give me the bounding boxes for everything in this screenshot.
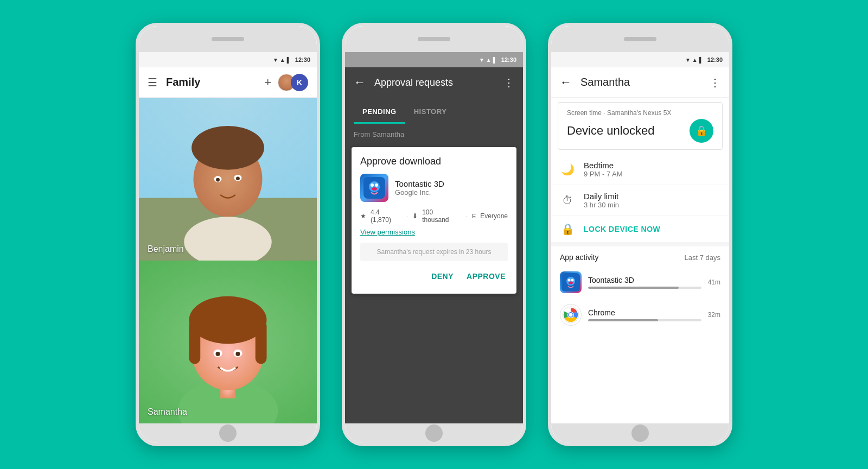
avatar-group: K (278, 74, 308, 91)
phone-top-3 (551, 26, 729, 52)
approval-card: Approve download Toontastic 3D Google I (352, 147, 516, 294)
speaker-2 (418, 37, 450, 41)
app-details: Toontastic 3D Google Inc. (395, 179, 508, 197)
daily-limit-value: 3 hr 30 min (584, 201, 720, 209)
app-name: Toontastic 3D (395, 179, 508, 188)
approval-title: Approve download (360, 156, 508, 167)
toontastic-bar-container (588, 287, 701, 289)
activity-item-chrome[interactable]: Chrome 32m (551, 299, 729, 331)
app-stats-row: ★ 4.4 (1,870) · ⬇ 100 thousand · E Every… (360, 208, 508, 224)
back-icon-3[interactable]: ← (560, 75, 572, 90)
status-bar-3: ▼ ▲ ▌ 12:30 (551, 52, 729, 67)
phone-bottom-2 (345, 423, 523, 443)
star-icon: ★ (360, 212, 366, 220)
svg-point-13 (189, 296, 266, 344)
status-icons-3: ▼ ▲ ▌ (685, 57, 703, 63)
speaker-1 (212, 37, 244, 41)
signal-icon-2: ▲ (486, 57, 492, 63)
status-bar-2: ▼ ▲ ▌ 12:30 (345, 52, 523, 67)
phone1-title: Family (166, 76, 256, 88)
toontastic-activity-content: Toontastic 3D (588, 276, 701, 289)
more-icon-3[interactable]: ⋮ (710, 76, 720, 89)
svg-point-29 (569, 282, 573, 284)
timer-icon: ⏱ (560, 194, 575, 207)
home-button-3[interactable] (631, 424, 649, 442)
svg-point-27 (568, 279, 571, 282)
samantha-photo (139, 261, 317, 423)
toontastic-time: 41m (708, 278, 720, 286)
settings-list: 🌙 Bedtime 9 PM - 7 AM ⏱ Daily limit 3 hr… (551, 154, 729, 242)
daily-limit-label: Daily limit (584, 192, 720, 201)
status-time-3: 12:30 (707, 56, 723, 63)
daily-limit-setting[interactable]: ⏱ Daily limit 3 hr 30 min (551, 185, 729, 216)
tab-pending[interactable]: PENDING (354, 101, 405, 124)
svg-point-4 (192, 126, 264, 170)
svg-point-19 (235, 352, 240, 356)
toontastic-activity-icon (560, 271, 582, 293)
phone-2: ▼ ▲ ▌ 12:30 ← Approval requests ⋮ PENDIN… (342, 23, 526, 446)
lock-device-label[interactable]: LOCK DEVICE NOW (584, 225, 660, 233)
view-permissions-link[interactable]: View permissions (360, 228, 508, 236)
moon-icon: 🌙 (560, 163, 575, 176)
child-item-benjamin[interactable]: Benjamin (139, 98, 317, 261)
app-activity-header: App activity Last 7 days (551, 242, 729, 266)
bedtime-setting[interactable]: 🌙 Bedtime 9 PM - 7 AM (551, 154, 729, 185)
toontastic-bar (588, 287, 679, 289)
expiry-notice: Samantha's request expires in 23 hours (360, 243, 508, 261)
toontastic-name: Toontastic 3D (588, 276, 701, 284)
daily-limit-content: Daily limit 3 hr 30 min (584, 192, 720, 209)
bedtime-label: Bedtime (584, 161, 720, 170)
last-days-label: Last 7 days (685, 253, 721, 262)
toolbar-actions-1: + K (264, 74, 308, 91)
battery-icon: ▌ (287, 57, 291, 63)
age-rating-icon: E (472, 213, 476, 219)
more-icon-2[interactable]: ⋮ (503, 76, 514, 89)
activity-item-toontastic[interactable]: Toontastic 3D 41m (551, 266, 729, 299)
app-downloads: 100 thousand (422, 208, 461, 224)
phone-screen-1: ▼ ▲ ▌ 12:30 ☰ Family + K (139, 52, 317, 423)
screen-time-card: Screen time · Samantha's Nexus 5X Device… (558, 102, 723, 150)
phone3-title: Samantha (580, 76, 701, 88)
status-bar-1: ▼ ▲ ▌ 12:30 (139, 52, 317, 67)
svg-point-24 (372, 187, 377, 191)
home-button-2[interactable] (425, 424, 443, 442)
svg-rect-15 (256, 320, 267, 364)
add-member-icon[interactable]: + (264, 75, 271, 90)
phone2-toolbar: ← Approval requests ⋮ (345, 67, 523, 98)
chrome-bar-container (588, 319, 701, 321)
svg-rect-14 (189, 320, 200, 364)
deny-button[interactable]: DENY (429, 268, 456, 285)
battery-icon-2: ▌ (493, 57, 497, 63)
lock-button[interactable]: 🔒 (690, 119, 713, 143)
benjamin-photo (139, 98, 317, 261)
home-button-1[interactable] (219, 424, 237, 442)
hamburger-menu-icon[interactable]: ☰ (148, 76, 157, 89)
phone2-title: Approval requests (374, 77, 495, 88)
lock-device-item[interactable]: 🔒 LOCK DEVICE NOW (551, 216, 729, 242)
app-activity-list: Toontastic 3D 41m (551, 266, 729, 423)
toontastic-icon (360, 174, 388, 202)
app-activity-title: App activity (560, 253, 599, 262)
signal-icon-3: ▲ (692, 57, 698, 63)
card-actions: DENY APPROVE (360, 268, 508, 285)
back-icon-2[interactable]: ← (354, 75, 366, 90)
stat-sep-1: · (406, 212, 408, 220)
lock-device-icon: 🔒 (560, 223, 575, 236)
child-item-samantha[interactable]: Samantha (139, 261, 317, 423)
svg-point-26 (566, 277, 575, 286)
approve-button[interactable]: APPROVE (464, 268, 508, 285)
app-rating: 4.4 (1,870) (371, 208, 402, 224)
chrome-activity-content: Chrome (588, 308, 701, 321)
svg-point-28 (571, 279, 574, 282)
svg-point-8 (236, 176, 240, 180)
chrome-bar (588, 319, 658, 321)
phone3-toolbar: ← Samantha ⋮ (551, 67, 729, 98)
child-name-samantha: Samantha (148, 407, 187, 417)
bedtime-content: Bedtime 9 PM - 7 AM (584, 161, 720, 178)
phone-top-1 (139, 26, 317, 52)
speaker-3 (624, 37, 656, 41)
children-list: Benjamin (139, 98, 317, 423)
tab-history[interactable]: HISTORY (405, 101, 456, 124)
bedtime-value: 9 PM - 7 AM (584, 170, 720, 178)
wifi-icon-3: ▼ (685, 57, 691, 63)
